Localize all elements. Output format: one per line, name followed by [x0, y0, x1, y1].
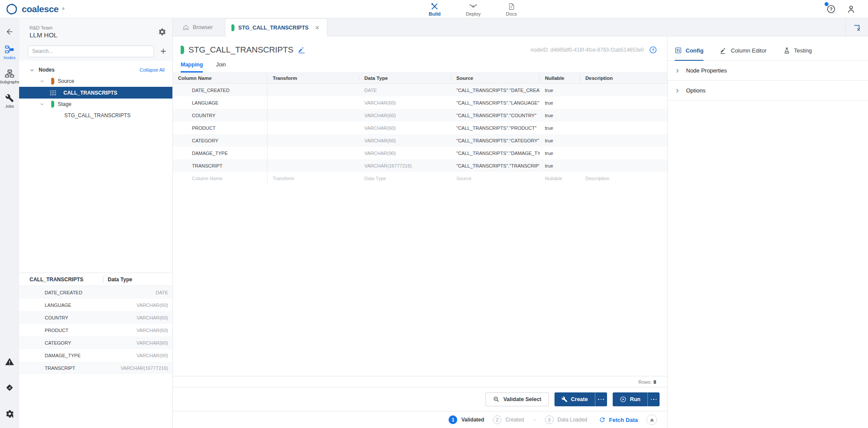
cell-data-type[interactable]: Data Type — [359, 176, 451, 181]
grid-header[interactable]: Source — [451, 75, 540, 82]
workspace-settings-button[interactable] — [158, 28, 166, 36]
cell-transform[interactable]: Transform — [267, 176, 359, 181]
team-name: R&D Team — [30, 25, 57, 31]
nav-deploy[interactable]: Deploy — [466, 2, 481, 16]
run-more-options-button[interactable] — [647, 392, 660, 406]
mapping-row[interactable]: CATEGORY VARCHAR(60) "CALL_TRANSCRIPTS".… — [173, 134, 667, 147]
cell-data-type[interactable]: VARCHAR(60) — [359, 113, 451, 118]
cell-column-name[interactable]: PRODUCT — [173, 122, 267, 134]
tree-group-stage[interactable]: Stage — [19, 99, 172, 110]
nav-build[interactable]: Build — [429, 2, 441, 16]
tree-root-nodes[interactable]: Nodes Collapse All — [19, 64, 172, 76]
node-title-row: STG_CALL_TRANSCRIPTS nodeID: d4665df0-41… — [173, 36, 667, 55]
preview-row[interactable]: DAMAGE_TYPE VARCHAR(90) — [19, 349, 172, 362]
cell-nullable[interactable]: true — [540, 113, 580, 118]
version-control-icon[interactable] — [5, 383, 14, 392]
rail-item-jobs[interactable]: Jobs — [0, 94, 19, 109]
section-options[interactable]: Options — [668, 81, 868, 101]
cell-data-type[interactable]: VARCHAR(60) — [359, 100, 451, 105]
rail-item-subgraphs[interactable]: Subgraphs — [0, 69, 19, 84]
preview-row[interactable]: COUNTRY VARCHAR(60) — [19, 311, 172, 324]
cell-column-name[interactable]: COUNTRY — [173, 109, 267, 122]
new-column-placeholder-row[interactable]: Column Name Transform Data Type Source N… — [173, 172, 667, 184]
collapse-statusbar-button[interactable] — [647, 415, 657, 425]
tab-join[interactable]: Join — [216, 62, 226, 72]
preview-row[interactable]: TRANSCRIPT VARCHAR(16777216) — [19, 362, 172, 374]
cell-nullable[interactable]: true — [540, 125, 580, 131]
cell-data-type[interactable]: VARCHAR(90) — [359, 151, 451, 156]
tab-stg-call-transcripts[interactable]: STG_CALL_TRANSCRIPTS — [225, 18, 327, 36]
coalesce-logo[interactable]: coalesce® — [0, 3, 65, 16]
cell-column-name[interactable]: DAMAGE_TYPE — [173, 147, 267, 159]
preview-row[interactable]: DATE_CREATED DATE — [19, 286, 172, 299]
back-button[interactable] — [0, 18, 19, 45]
mapping-row[interactable]: TRANSCRIPT VARCHAR(16777216) "CALL_TRANS… — [173, 159, 667, 172]
grid-header[interactable]: Nullable — [540, 75, 580, 82]
avatar-icon[interactable] — [846, 4, 856, 14]
tab-testing[interactable]: Testing — [783, 47, 812, 60]
grid-header[interactable]: Transform — [267, 75, 359, 82]
preview-row[interactable]: PRODUCT VARCHAR(60) — [19, 324, 172, 336]
grid-header[interactable]: Data Type — [359, 75, 451, 82]
cell-column-name[interactable]: TRANSCRIPT — [173, 159, 267, 172]
fetch-data-button[interactable]: Fetch Data — [599, 416, 638, 423]
preview-row[interactable]: CATEGORY VARCHAR(60) — [19, 336, 172, 349]
nodes-graph-icon — [5, 45, 14, 54]
tab-browser[interactable]: Browser — [173, 18, 225, 36]
cell-column-name[interactable]: Column Name — [173, 172, 267, 184]
cell-nullable[interactable]: true — [540, 100, 580, 105]
stage-node-color — [181, 46, 184, 54]
tree-node-stg-call-transcripts[interactable]: STG_CALL_TRANSCRIPTS — [19, 110, 172, 121]
hide-panel-button[interactable] — [845, 18, 868, 36]
mapping-row[interactable]: DAMAGE_TYPE VARCHAR(90) "CALL_TRANSCRIPT… — [173, 147, 667, 159]
admin-settings-icon[interactable] — [5, 409, 14, 418]
cell-column-name[interactable]: CATEGORY — [173, 134, 267, 147]
preview-table-name: CALL_TRANSCRIPTS — [19, 277, 103, 283]
grid-header[interactable]: Description — [580, 75, 667, 82]
tree-group-source[interactable]: Source — [19, 76, 172, 87]
collapse-all-link[interactable]: Collapse All — [140, 67, 172, 72]
cell-nullable[interactable]: true — [540, 88, 580, 93]
run-button[interactable]: Run — [613, 392, 647, 406]
rail-item-nodes[interactable]: Nodes — [0, 45, 19, 60]
cell-data-type[interactable]: VARCHAR(16777216) — [359, 163, 451, 168]
tab-mapping[interactable]: Mapping — [181, 62, 203, 72]
mapping-row[interactable]: LANGUAGE VARCHAR(60) "CALL_TRANSCRIPTS".… — [173, 96, 667, 109]
section-node-properties-label: Node Properties — [686, 67, 727, 74]
cell-column-name[interactable]: LANGUAGE — [173, 96, 267, 109]
mapping-row[interactable]: COUNTRY VARCHAR(60) "CALL_TRANSCRIPTS"."… — [173, 109, 667, 122]
create-button[interactable]: Create — [554, 392, 595, 406]
nav-docs[interactable]: Docs — [506, 2, 517, 16]
add-node-icon[interactable] — [159, 47, 167, 55]
validate-select-button[interactable]: Validate Select — [485, 392, 549, 406]
cell-nullable[interactable]: true — [540, 151, 580, 156]
warning-icon[interactable] — [5, 357, 14, 366]
tab-testing-label: Testing — [794, 47, 812, 54]
help-button[interactable]: ? — [826, 4, 836, 14]
tree-node-call-transcripts[interactable]: CALL_TRANSCRIPTS — [19, 87, 172, 99]
chevron-down-icon — [40, 79, 44, 83]
tab-config[interactable]: Config — [675, 47, 703, 61]
top-bar: coalesce® Build Deploy — [0, 0, 868, 18]
cell-data-type[interactable]: VARCHAR(60) — [359, 125, 451, 131]
cell-nullable[interactable]: true — [540, 138, 580, 143]
close-tab-button[interactable] — [314, 25, 320, 30]
search-input[interactable] — [28, 46, 154, 57]
mapping-row[interactable]: DATE_CREATED DATE "CALL_TRANSCRIPTS"."DA… — [173, 84, 667, 96]
cell-description[interactable]: Description — [580, 176, 667, 181]
back-arrow-icon — [5, 27, 14, 36]
section-node-properties[interactable]: Node Properties — [668, 61, 868, 81]
cell-nullable[interactable]: true — [540, 163, 580, 168]
create-more-options-button[interactable] — [595, 392, 607, 406]
cell-nullable[interactable]: Nullable — [540, 176, 580, 181]
cell-column-name[interactable]: DATE_CREATED — [173, 84, 267, 96]
mapping-row[interactable]: PRODUCT VARCHAR(60) "CALL_TRANSCRIPTS"."… — [173, 122, 667, 134]
cell-data-type[interactable]: VARCHAR(60) — [359, 138, 451, 143]
preview-row[interactable]: LANGUAGE VARCHAR(60) — [19, 299, 172, 311]
grid-header[interactable]: Column Name — [173, 75, 267, 82]
tab-column-editor[interactable]: Column Editor — [720, 47, 766, 60]
node-help-icon[interactable]: ? — [649, 46, 657, 54]
subgraphs-icon — [5, 69, 14, 78]
rename-node-button[interactable] — [298, 46, 305, 54]
cell-data-type[interactable]: DATE — [359, 88, 451, 93]
